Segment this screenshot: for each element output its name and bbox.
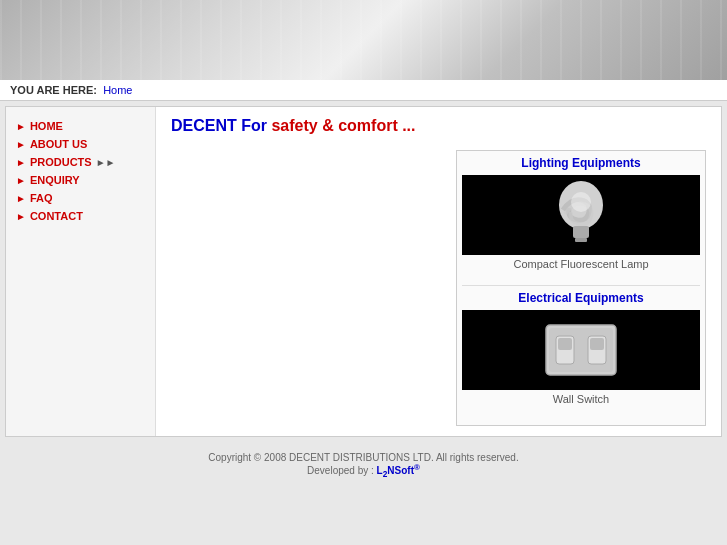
arrow-icon: ► xyxy=(16,139,26,150)
sidebar-item-home[interactable]: ► HOME xyxy=(11,117,150,135)
svg-rect-9 xyxy=(590,338,604,350)
sidebar-item-faq[interactable]: ► FAQ xyxy=(11,189,150,207)
sidebar-item-enquiry[interactable]: ► ENQUIRY xyxy=(11,171,150,189)
title-prefix: DECENT For xyxy=(171,117,271,134)
svg-point-3 xyxy=(571,192,591,212)
content-area: ► HOME ► ABOUT US ► PRODUCTS ►► ► ENQUIR… xyxy=(5,106,722,437)
products-panel: Lighting Equipments xyxy=(456,150,706,426)
sidebar: ► HOME ► ABOUT US ► PRODUCTS ►► ► ENQUIR… xyxy=(6,107,156,436)
product-divider xyxy=(462,285,700,286)
arrow-icon: ► xyxy=(16,193,26,204)
copyright-text: Copyright © 2008 DECENT DISTRIBUTIONS LT… xyxy=(10,452,717,463)
about-link[interactable]: ABOUT US xyxy=(30,138,87,150)
lighting-caption: Compact Fluorescent Lamp xyxy=(462,258,700,275)
electrical-section: Electrical Equipments xyxy=(462,291,700,410)
breadcrumb: YOU ARE HERE: Home xyxy=(0,80,727,101)
electrical-title[interactable]: Electrical Equipments xyxy=(462,291,700,305)
bulb-svg xyxy=(541,180,621,250)
home-link[interactable]: HOME xyxy=(30,120,63,132)
svg-rect-1 xyxy=(573,226,589,238)
faq-link[interactable]: FAQ xyxy=(30,192,53,204)
sub-arrow-icon: ►► xyxy=(96,157,116,168)
switch-svg xyxy=(536,320,626,380)
header-banner xyxy=(0,0,727,80)
lighting-section: Lighting Equipments xyxy=(462,156,700,275)
breadcrumb-label: YOU ARE HERE: xyxy=(10,84,97,96)
arrow-icon: ► xyxy=(16,121,26,132)
electrical-caption: Wall Switch xyxy=(462,393,700,410)
enquiry-link[interactable]: ENQUIRY xyxy=(30,174,80,186)
page-wrapper: YOU ARE HERE: Home ► HOME ► ABOUT US ► P… xyxy=(0,0,727,545)
lighting-image-box xyxy=(462,175,700,255)
contact-link[interactable]: CONTACT xyxy=(30,210,83,222)
svg-rect-7 xyxy=(558,338,572,350)
header-image xyxy=(0,0,727,80)
sidebar-item-about[interactable]: ► ABOUT US xyxy=(11,135,150,153)
title-highlight: safety & comfort ... xyxy=(271,117,415,134)
arrow-icon: ► xyxy=(16,175,26,186)
products-link[interactable]: PRODUCTS xyxy=(30,156,92,168)
dev-link[interactable]: L2NSoft® xyxy=(377,465,420,476)
arrow-icon: ► xyxy=(16,211,26,222)
sidebar-item-contact[interactable]: ► CONTACT xyxy=(11,207,150,225)
breadcrumb-home-link[interactable]: Home xyxy=(103,84,132,96)
sidebar-item-products[interactable]: ► PRODUCTS ►► xyxy=(11,153,150,171)
lighting-title[interactable]: Lighting Equipments xyxy=(462,156,700,170)
main-content: DECENT For safety & comfort ... Lighting… xyxy=(156,107,721,436)
svg-rect-2 xyxy=(575,238,587,242)
developer-text: Developed by : L2NSoft® xyxy=(10,463,717,479)
main-title: DECENT For safety & comfort ... xyxy=(171,117,706,135)
footer: Copyright © 2008 DECENT DISTRIBUTIONS LT… xyxy=(0,442,727,489)
arrow-icon: ► xyxy=(16,157,26,168)
dev-label-text: Developed by : xyxy=(307,465,377,476)
electrical-image-box xyxy=(462,310,700,390)
